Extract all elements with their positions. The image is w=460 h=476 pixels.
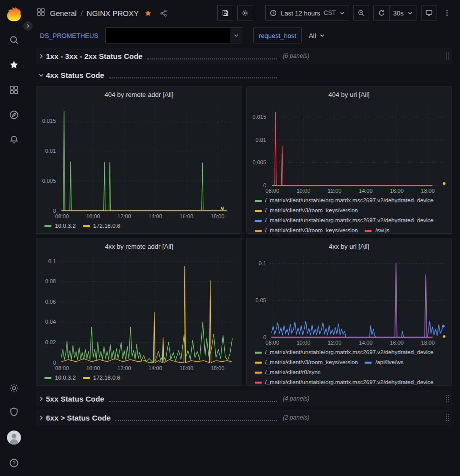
legend-item[interactable]: /_matrix/client/unstable/org.matrix.msc2… xyxy=(255,216,434,225)
legend-item[interactable]: 172.18.0.6 xyxy=(83,221,120,231)
legend-item[interactable]: /_matrix/client/unstable/org.matrix.msc2… xyxy=(255,378,434,385)
panel-legend: /_matrix/client/unstable/org.matrix.msc2… xyxy=(247,195,452,233)
dashboard-settings-button[interactable] xyxy=(237,5,253,21)
variable-label-request-host: request_host xyxy=(253,27,302,43)
breadcrumb-section[interactable]: General xyxy=(50,9,76,17)
legend-item[interactable]: 10.0.3.2 xyxy=(44,373,76,383)
svg-text:12:00: 12:00 xyxy=(328,340,342,346)
sidebar-item-search[interactable] xyxy=(8,34,20,46)
svg-text:08:00: 08:00 xyxy=(55,365,69,371)
sidebar-item-configuration[interactable] xyxy=(8,382,20,394)
variable-dropdown-request-host[interactable]: All xyxy=(305,27,329,43)
refresh-interval-dropdown[interactable]: 30s xyxy=(389,5,417,21)
legend-label: /sw.js xyxy=(375,226,389,233)
panel-title[interactable]: 4xx by uri [All] xyxy=(247,238,452,252)
dashboard-body: 1xx - 3xx - 2xx Status Code (6 panels) 4… xyxy=(28,48,460,476)
refresh-button[interactable] xyxy=(373,5,389,21)
legend-item[interactable]: /_matrix/client/r0/sync xyxy=(255,368,321,377)
svg-text:0.005: 0.005 xyxy=(42,178,56,184)
legend-label: 172.18.0.6 xyxy=(93,221,120,231)
grafana-logo[interactable] xyxy=(5,5,23,23)
time-series-chart[interactable]: 00.020.040.060.080.108:0010:0012:0014:00… xyxy=(36,252,242,373)
svg-text:0.04: 0.04 xyxy=(45,319,56,325)
sidebar-expand-button[interactable] xyxy=(23,21,32,30)
dashboard-row-5xx[interactable]: 5xx Status Code (4 panels) xyxy=(36,391,452,407)
kebab-menu-icon xyxy=(443,9,451,17)
svg-text:0.015: 0.015 xyxy=(42,118,56,124)
legend-item[interactable]: /_matrix/client/v3/room_keys/version xyxy=(255,206,358,215)
sidebar-nav xyxy=(8,34,20,146)
dotted-leader xyxy=(147,52,277,59)
series-color-marker xyxy=(255,382,262,384)
dashboard-row-1xx-3xx-2xx[interactable]: 1xx - 3xx - 2xx Status Code (6 panels) xyxy=(36,48,452,64)
legend-label: 10.0.3.2 xyxy=(55,221,76,231)
drag-handle-icon[interactable] xyxy=(444,395,451,403)
sidebar-item-dashboards[interactable] xyxy=(8,84,20,96)
series-color-marker xyxy=(255,220,262,222)
series-color-marker xyxy=(83,377,90,379)
sidebar-item-starred[interactable] xyxy=(8,59,20,71)
legend-label: /_matrix/client/unstable/org.matrix.msc2… xyxy=(265,196,434,205)
variables-bar: DS_PROMETHEUS request_host All xyxy=(28,26,460,48)
svg-text:0: 0 xyxy=(53,208,56,214)
star-filled-icon xyxy=(144,9,152,17)
svg-text:0.06: 0.06 xyxy=(45,299,56,305)
chevron-down-icon xyxy=(407,10,413,16)
svg-text:14:00: 14:00 xyxy=(359,340,373,346)
dashboard-row-6xx[interactable]: 6xx > Status Code (2 panels) xyxy=(36,410,452,426)
legend-item[interactable]: /_matrix/client/unstable/org.matrix.msc2… xyxy=(255,348,434,357)
sidebar-item-explore[interactable] xyxy=(8,109,20,121)
time-series-chart[interactable]: 00.0050.010.01508:0010:0012:0014:0016:00… xyxy=(247,100,452,195)
legend-item[interactable]: /api/live/ws xyxy=(365,358,403,367)
dotted-leader xyxy=(109,395,277,402)
time-series-chart[interactable]: 00.050.108:0010:0012:0014:0016:0018:00 xyxy=(247,252,452,347)
sidebar-item-help[interactable]: ? xyxy=(8,457,20,469)
dashboards-grid-icon xyxy=(36,7,46,19)
kebab-menu-button[interactable] xyxy=(441,5,453,21)
panel-title[interactable]: 404 by uri [All] xyxy=(247,86,452,100)
dashboard-row-4xx[interactable]: 4xx Status Code xyxy=(36,67,452,83)
svg-text:0.01: 0.01 xyxy=(45,148,56,154)
panel-title[interactable]: 404 by remote addr [All] xyxy=(36,86,242,100)
sidebar-item-alerting[interactable] xyxy=(8,134,20,146)
grafana-app: ? General / NGINX PROXY xyxy=(0,0,460,476)
legend-item[interactable]: /_matrix/client/v3/room_keys/version xyxy=(255,226,358,233)
favorite-button[interactable] xyxy=(144,9,152,17)
explore-compass-icon xyxy=(8,109,19,120)
time-series-chart[interactable]: 00.0050.010.01508:0010:0012:0014:0016:00… xyxy=(36,100,242,221)
row-panel-count: (2 panels) xyxy=(283,414,309,421)
time-range-picker[interactable]: Last 12 hours CST xyxy=(265,5,349,21)
chart-svg: 00.0050.010.01508:0010:0012:0014:0016:00… xyxy=(247,100,452,195)
panel-title[interactable]: 4xx by remote addr [All] xyxy=(36,238,242,252)
user-avatar-button[interactable] xyxy=(6,430,21,445)
chart-svg: 00.050.108:0010:0012:0014:0016:0018:00 xyxy=(247,252,452,347)
row-title: 5xx Status Code xyxy=(46,395,104,403)
tv-mode-button[interactable] xyxy=(421,5,437,21)
variable-value-redacted xyxy=(106,28,230,43)
legend-label: /api/live/ws xyxy=(375,358,403,367)
series-color-marker xyxy=(255,372,262,374)
zoom-out-button[interactable] xyxy=(353,5,369,21)
variable-dropdown-ds-prometheus[interactable] xyxy=(105,27,243,43)
svg-text:0.005: 0.005 xyxy=(252,159,266,165)
legend-item[interactable]: 10.0.3.2 xyxy=(44,221,76,231)
drag-handle-icon[interactable] xyxy=(444,52,451,60)
legend-item[interactable]: 172.18.0.6 xyxy=(83,373,120,383)
share-button[interactable] xyxy=(159,9,168,17)
legend-item[interactable]: /sw.js xyxy=(365,226,389,233)
svg-text:10:00: 10:00 xyxy=(86,213,100,219)
save-dashboard-button[interactable] xyxy=(217,5,233,21)
svg-text:0.08: 0.08 xyxy=(45,278,56,284)
svg-text:16:00: 16:00 xyxy=(180,213,194,219)
svg-text:10:00: 10:00 xyxy=(86,365,100,371)
monitor-icon xyxy=(425,9,433,17)
drag-handle-icon[interactable] xyxy=(444,414,451,422)
share-icon xyxy=(159,9,168,17)
svg-text:0: 0 xyxy=(263,334,266,340)
svg-text:10:00: 10:00 xyxy=(296,188,310,194)
sidebar-item-server-admin[interactable] xyxy=(8,406,20,418)
legend-label: /_matrix/client/v3/room_keys/version xyxy=(265,358,358,367)
variable-label-ds-prometheus: DS_PROMETHEUS xyxy=(36,27,102,43)
legend-item[interactable]: /_matrix/client/unstable/org.matrix.msc2… xyxy=(255,196,434,205)
legend-item[interactable]: /_matrix/client/v3/room_keys/version xyxy=(255,358,358,367)
